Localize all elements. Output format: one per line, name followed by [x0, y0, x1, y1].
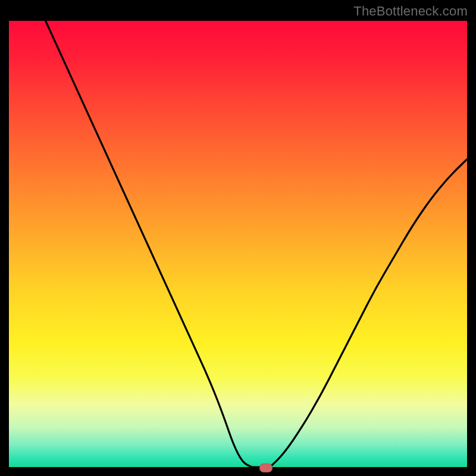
plot-area — [9, 21, 467, 467]
optimum-marker — [259, 464, 273, 472]
bottleneck-curve — [9, 21, 467, 467]
chart-frame: TheBottleneck.com — [0, 0, 476, 476]
watermark-text: TheBottleneck.com — [353, 4, 468, 19]
